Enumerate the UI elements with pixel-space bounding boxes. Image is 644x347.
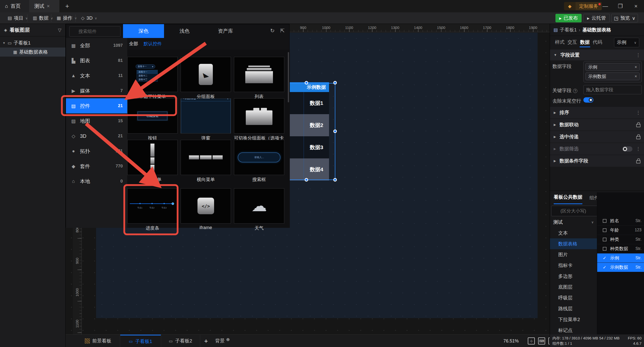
- section-排序[interactable]: ▶排序⋮: [550, 107, 644, 118]
- minimize-button[interactable]: —: [598, 0, 612, 12]
- keyboard-icon[interactable]: ⌨: [538, 337, 545, 344]
- tree-item-数据表格[interactable]: 数据表格: [550, 238, 597, 249]
- restore-button[interactable]: ❐: [613, 0, 627, 12]
- menu-3d[interactable]: ◇ 3D∨: [78, 12, 100, 24]
- checkbox-icon[interactable]: [603, 238, 607, 241]
- component-card-搜索框[interactable]: 请输入...: [234, 140, 284, 175]
- field-settings-header[interactable]: ▼ 字段设置 ⋮: [550, 50, 644, 60]
- field-row-种类数据[interactable]: 种类数据Str.: [597, 244, 644, 253]
- checkbox-icon[interactable]: [603, 228, 607, 232]
- tab-light-theme[interactable]: 浅色: [164, 24, 205, 38]
- circle-plus-icon[interactable]: ⊕: [226, 337, 230, 342]
- category-图表[interactable]: ▙图表81: [66, 53, 127, 68]
- component-card-iframe[interactable]: </>: [181, 188, 231, 224]
- kebab-menu-icon[interactable]: ⋮: [636, 146, 640, 152]
- category-地图[interactable]: ▧地图15: [66, 113, 127, 128]
- field-tag[interactable]: 示例数据×: [585, 72, 640, 80]
- filter-default-widgets[interactable]: 默认控件: [144, 41, 162, 47]
- tree-item-文本[interactable]: 文本: [550, 228, 597, 238]
- preview-button[interactable]: ◳预览∨: [611, 14, 638, 22]
- field-row-种类[interactable]: 种类Str.: [597, 235, 644, 244]
- category-文本[interactable]: ▲文本11: [66, 68, 127, 83]
- selection-handle[interactable]: [305, 81, 308, 84]
- menu-data[interactable]: ▥ 数据∨: [30, 12, 56, 24]
- board-tab-sub1[interactable]: ▭ 子看板1: [120, 335, 161, 347]
- field-tag[interactable]: 示例×: [585, 63, 640, 71]
- tree-item-底图层[interactable]: 底图层: [550, 282, 597, 292]
- component-card-列表[interactable]: [234, 57, 284, 92]
- refresh-icon[interactable]: ↻: [270, 28, 275, 34]
- new-tab-button[interactable]: +: [63, 2, 71, 11]
- tab-asset-library[interactable]: 资产库: [205, 24, 246, 38]
- tab-code[interactable]: 代码: [593, 36, 602, 48]
- field-row-年龄[interactable]: 年龄123: [597, 226, 644, 235]
- fit-view-icon[interactable]: ⊹: [528, 337, 535, 344]
- tree-item-指标卡[interactable]: 指标卡: [550, 260, 597, 271]
- tree-item-下拉菜单2[interactable]: 下拉菜单2: [550, 314, 597, 325]
- custom-service-badge[interactable]: ◆ 定制服务: [564, 2, 602, 10]
- tree-item-标记点[interactable]: 标记点: [550, 325, 597, 336]
- component-card-基础下拉菜单[interactable]: 选项卡一▾选项卡一选项卡二选项卡三: [127, 57, 178, 92]
- cloud-hosting-button[interactable]: ▸云托管: [583, 14, 610, 22]
- kebab-menu-icon[interactable]: ⋮: [636, 52, 640, 58]
- zoom-level[interactable]: 76.51%: [503, 335, 519, 347]
- export-icon[interactable]: ⇱: [280, 28, 285, 34]
- data-field-tags[interactable]: 示例× 示例数据×: [583, 61, 642, 82]
- tree-item-多边形[interactable]: 多边形: [550, 271, 597, 282]
- layer-board-row[interactable]: ▼ ▭ 子看板1: [0, 38, 65, 48]
- section-选中传递[interactable]: ▶选中传递: [550, 131, 644, 143]
- selection-handle[interactable]: [333, 129, 337, 133]
- tree-item-呼吸层[interactable]: 呼吸层: [550, 292, 597, 303]
- component-card-弹窗[interactable]: ▪ 弹窗的标题×: [181, 98, 231, 134]
- tab-home[interactable]: ⌂ 首页: [0, 0, 29, 12]
- component-search-input[interactable]: [69, 26, 120, 37]
- selection-handle[interactable]: [305, 178, 308, 182]
- board-tab-foreground[interactable]: 前景看板: [76, 335, 120, 347]
- help-icon[interactable]: ?: [573, 89, 577, 93]
- remove-icon[interactable]: ×: [635, 65, 637, 69]
- selection-handle[interactable]: [333, 178, 337, 182]
- component-card-横向菜单[interactable]: [181, 140, 231, 175]
- collapse-arrow-icon[interactable]: ▼: [3, 41, 6, 45]
- key-field-dropzone[interactable]: 拖入数据字段: [583, 85, 642, 94]
- field-row-示例[interactable]: ✓示例Str.: [597, 253, 644, 263]
- tab-document[interactable]: 测试 ×: [29, 0, 59, 12]
- section-数据筛选[interactable]: ▶数据筛选⋮: [550, 143, 644, 155]
- component-card-可切换分组面板（选项卡…[interactable]: [234, 98, 284, 134]
- published-button[interactable]: ▸已发布: [555, 14, 582, 22]
- remove-icon[interactable]: ×: [635, 74, 637, 79]
- component-card-进度条[interactable]: 节点1节点2节点3: [127, 188, 178, 224]
- component-card-按钮[interactable]: 功能按钮: [127, 98, 178, 134]
- selection-handle[interactable]: [333, 81, 337, 84]
- component-card-分组面板[interactable]: ◣: [181, 57, 231, 92]
- filter-all[interactable]: 全部: [129, 41, 138, 47]
- breadcrumb-board[interactable]: 子看板1: [560, 27, 577, 33]
- checkbox-icon[interactable]: [603, 219, 607, 223]
- section-数据联动[interactable]: ▶数据联动: [550, 119, 644, 131]
- category-套件[interactable]: ◆套件770: [66, 159, 127, 174]
- background-button[interactable]: 背景 ⊕: [215, 335, 230, 347]
- section-数据条件字段[interactable]: ▶数据条件字段: [550, 155, 644, 167]
- board-tab-sub2[interactable]: ▭ 子看板2: [161, 335, 200, 347]
- close-tab-icon[interactable]: ×: [47, 3, 50, 9]
- component-card-天气[interactable]: ☁: [234, 188, 284, 224]
- scrollbar[interactable]: [288, 52, 289, 102]
- category-媒体[interactable]: ▶媒体7: [66, 83, 127, 98]
- tab-dark-theme[interactable]: 深色: [123, 24, 164, 38]
- tab-style[interactable]: 样式: [555, 36, 565, 48]
- layer-component-row[interactable]: ▦ 基础数据表格: [0, 48, 65, 57]
- category-本地[interactable]: ⌂本地0: [66, 174, 127, 189]
- filter-icon[interactable]: ▽: [58, 27, 61, 33]
- add-board-button[interactable]: +: [200, 335, 212, 347]
- tree-item-路线层[interactable]: 路线层: [550, 303, 597, 314]
- dataset-select[interactable]: 示例 ∨: [614, 38, 639, 47]
- tab-board-public-data[interactable]: 看板公共数据: [554, 194, 582, 204]
- close-button[interactable]: ×: [629, 0, 643, 12]
- menu-actions[interactable]: ▦ 操作∨: [54, 12, 80, 24]
- kebab-menu-icon[interactable]: ⋮: [636, 110, 640, 115]
- tab-interaction[interactable]: 交互: [568, 36, 577, 48]
- menu-project[interactable]: ▤ 项目∨: [5, 12, 31, 24]
- category-全部[interactable]: ▦全部1097: [66, 38, 127, 53]
- tree-item-图片[interactable]: 图片: [550, 249, 597, 260]
- field-row-姓名[interactable]: 姓名Str.: [597, 216, 644, 226]
